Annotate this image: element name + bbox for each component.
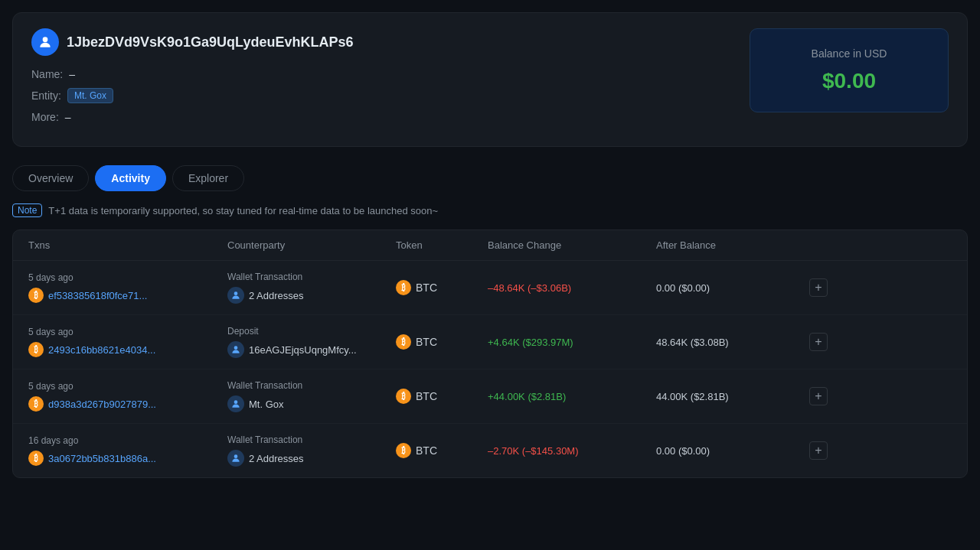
address-icon [31, 28, 59, 56]
token-icon: ₿ [396, 280, 411, 295]
token-cell: ₿ BTC [396, 389, 488, 404]
address-info: 1JbezDVd9VsK9o1Ga9UqLydeuEvhKLAPs6 Name:… [31, 28, 734, 131]
txn-cell: 5 days ago ₿ 2493c16bb8621e4034... [28, 327, 227, 357]
balance-change: +4.64K ($293.97M) [488, 337, 656, 348]
txn-cell: 16 days ago ₿ 3a0672bb5b831b886a... [28, 435, 227, 466]
balance-change: +44.00K ($2.81B) [488, 391, 656, 402]
btc-icon: ₿ [28, 288, 44, 303]
cp-type: Deposit [227, 326, 396, 337]
note-bar: Note T+1 data is temporarily supported, … [12, 203, 968, 217]
tab-activity[interactable]: Activity [95, 165, 166, 191]
more-label: More: [31, 111, 59, 123]
cp-name-row: Mt. Gox [227, 395, 396, 412]
token-name: BTC [416, 282, 437, 294]
txn-hash[interactable]: ef538385618f0fce71... [48, 290, 147, 301]
balance-label: Balance in USD [781, 47, 917, 60]
txn-time: 5 days ago [28, 327, 227, 337]
txn-hash[interactable]: d938a3d267b9027879... [48, 399, 156, 410]
col-after-balance: After Balance [656, 239, 809, 251]
cp-type: Wallet Transaction [227, 380, 396, 391]
cp-type: Wallet Transaction [227, 434, 396, 445]
token-icon: ₿ [396, 443, 411, 458]
counterparty-cell: Wallet Transaction Mt. Gox [227, 380, 396, 412]
note-badge: Note [12, 203, 42, 217]
entity-row: Entity: Mt. Gox [31, 88, 734, 103]
name-value: – [69, 68, 75, 80]
cp-icon [227, 450, 244, 467]
tabs-row: Overview Activity Explorer [12, 165, 968, 191]
txn-hash-row: ₿ 3a0672bb5b831b886a... [28, 451, 227, 466]
cp-icon [227, 341, 244, 358]
table-row: 16 days ago ₿ 3a0672bb5b831b886a... Wall… [13, 424, 967, 477]
token-cell: ₿ BTC [396, 443, 488, 458]
txn-time: 5 days ago [28, 272, 227, 283]
col-balance-change: Balance Change [488, 239, 656, 251]
token-icon: ₿ [396, 389, 411, 404]
expand-button[interactable]: + [809, 387, 828, 405]
name-row: Name: – [31, 68, 734, 80]
btc-icon: ₿ [28, 396, 44, 412]
token-cell: ₿ BTC [396, 334, 488, 350]
cp-name[interactable]: 2 Addresses [249, 453, 304, 464]
txn-hash-row: ₿ 2493c16bb8621e4034... [28, 342, 227, 357]
activity-table: Txns Counterparty Token Balance Change A… [12, 229, 968, 478]
txn-hash-row: ₿ d938a3d267b9027879... [28, 396, 227, 412]
note-text: T+1 data is temporarily supported, so st… [48, 205, 438, 216]
balance-change: –2.70K (–$145.30M) [488, 445, 656, 457]
svg-point-2 [234, 346, 238, 350]
more-row: More: – [31, 111, 734, 123]
cp-name-row: 16eAGJEjqsUqngMfcy... [227, 341, 396, 358]
col-txns: Txns [28, 239, 227, 251]
expand-button[interactable]: + [809, 441, 828, 460]
col-expand [809, 239, 840, 251]
expand-button[interactable]: + [809, 278, 828, 297]
after-balance: 44.00K ($2.81B) [656, 391, 809, 402]
after-balance: 48.64K ($3.08B) [656, 337, 809, 348]
token-name: BTC [416, 336, 437, 348]
svg-point-4 [234, 454, 238, 458]
name-label: Name: [31, 68, 63, 80]
cp-name[interactable]: 16eAGJEjqsUqngMfcy... [249, 344, 357, 356]
token-name: BTC [416, 390, 437, 402]
balance-change: –48.64K (–$3.06B) [488, 282, 656, 294]
table-row: 5 days ago ₿ ef538385618f0fce71... Walle… [13, 261, 967, 315]
svg-point-3 [234, 400, 238, 404]
address-card: 1JbezDVd9VsK9o1Ga9UqLydeuEvhKLAPs6 Name:… [12, 12, 968, 147]
txn-hash-row: ₿ ef538385618f0fce71... [28, 288, 227, 303]
table-row: 5 days ago ₿ d938a3d267b9027879... Walle… [13, 369, 967, 424]
svg-point-1 [234, 291, 238, 295]
token-cell: ₿ BTC [396, 280, 488, 295]
txn-time: 16 days ago [28, 435, 227, 446]
txn-cell: 5 days ago ₿ d938a3d267b9027879... [28, 381, 227, 412]
svg-point-0 [43, 37, 48, 42]
entity-badge[interactable]: Mt. Gox [67, 88, 113, 103]
entity-label: Entity: [31, 89, 61, 102]
after-balance: 0.00 ($0.00) [656, 282, 809, 294]
token-icon: ₿ [396, 334, 411, 350]
cp-name-row: 2 Addresses [227, 450, 396, 467]
txn-cell: 5 days ago ₿ ef538385618f0fce71... [28, 272, 227, 303]
token-name: BTC [416, 444, 437, 457]
cp-icon [227, 287, 244, 304]
cp-name-row: 2 Addresses [227, 287, 396, 304]
table-header: Txns Counterparty Token Balance Change A… [13, 230, 967, 261]
tab-explorer[interactable]: Explorer [172, 165, 244, 191]
cp-icon [227, 395, 244, 412]
balance-value: $0.00 [781, 69, 917, 93]
after-balance: 0.00 ($0.00) [656, 445, 809, 457]
more-value: – [65, 111, 71, 123]
address-text: 1JbezDVd9VsK9o1Ga9UqLydeuEvhKLAPs6 [67, 34, 353, 50]
balance-card: Balance in USD $0.00 [750, 28, 949, 112]
counterparty-cell: Wallet Transaction 2 Addresses [227, 434, 396, 467]
txn-hash[interactable]: 2493c16bb8621e4034... [48, 344, 155, 356]
address-row: 1JbezDVd9VsK9o1Ga9UqLydeuEvhKLAPs6 [31, 28, 734, 56]
tab-overview[interactable]: Overview [12, 165, 89, 191]
txn-hash[interactable]: 3a0672bb5b831b886a... [48, 453, 156, 464]
btc-icon: ₿ [28, 451, 44, 466]
cp-name[interactable]: Mt. Gox [249, 399, 284, 410]
expand-button[interactable]: + [809, 333, 828, 351]
col-token: Token [396, 239, 488, 251]
cp-name[interactable]: 2 Addresses [249, 290, 304, 301]
col-counterparty: Counterparty [227, 239, 396, 251]
counterparty-cell: Wallet Transaction 2 Addresses [227, 272, 396, 304]
